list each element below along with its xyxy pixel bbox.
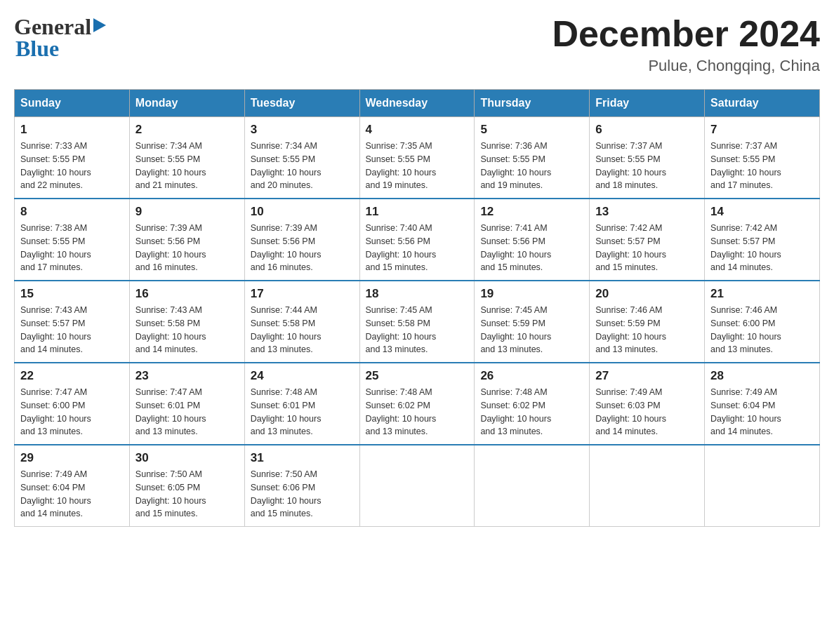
day-number: 21: [710, 287, 814, 301]
day-number: 29: [20, 451, 124, 465]
day-info: Sunrise: 7:49 AM Sunset: 6:04 PM Dayligh…: [20, 468, 124, 521]
day-number: 13: [595, 205, 699, 219]
table-row: 18 Sunrise: 7:45 AM Sunset: 5:58 PM Dayl…: [359, 281, 475, 363]
header-wednesday: Wednesday: [359, 90, 475, 117]
table-row: 27 Sunrise: 7:49 AM Sunset: 6:03 PM Dayl…: [590, 363, 705, 445]
header-thursday: Thursday: [475, 90, 590, 117]
table-row: 30 Sunrise: 7:50 AM Sunset: 6:05 PM Dayl…: [129, 445, 244, 527]
calendar-subtitle: Pulue, Chongqing, China: [552, 57, 820, 75]
table-row: 9 Sunrise: 7:39 AM Sunset: 5:56 PM Dayli…: [129, 199, 244, 281]
day-info: Sunrise: 7:42 AM Sunset: 5:57 PM Dayligh…: [595, 222, 699, 274]
table-row: 5 Sunrise: 7:36 AM Sunset: 5:55 PM Dayli…: [475, 117, 590, 199]
day-number: 12: [480, 205, 583, 219]
day-info: Sunrise: 7:46 AM Sunset: 5:59 PM Dayligh…: [595, 304, 699, 356]
table-row: 7 Sunrise: 7:37 AM Sunset: 5:55 PM Dayli…: [705, 117, 820, 199]
day-number: 5: [480, 123, 583, 137]
table-row: 20 Sunrise: 7:46 AM Sunset: 5:59 PM Dayl…: [590, 281, 705, 363]
table-row: 2 Sunrise: 7:34 AM Sunset: 5:55 PM Dayli…: [129, 117, 244, 199]
header-tuesday: Tuesday: [244, 90, 359, 117]
logo-blue-text: Blue: [15, 36, 109, 62]
day-info: Sunrise: 7:39 AM Sunset: 5:56 PM Dayligh…: [135, 222, 239, 274]
calendar-week-row: 8 Sunrise: 7:38 AM Sunset: 5:55 PM Dayli…: [15, 199, 820, 281]
day-info: Sunrise: 7:48 AM Sunset: 6:01 PM Dayligh…: [251, 386, 354, 438]
day-info: Sunrise: 7:47 AM Sunset: 6:00 PM Dayligh…: [20, 386, 124, 438]
day-number: 17: [251, 287, 354, 301]
day-number: 3: [251, 123, 354, 137]
table-row: 24 Sunrise: 7:48 AM Sunset: 6:01 PM Dayl…: [244, 363, 359, 445]
table-row: [475, 445, 590, 527]
day-number: 24: [251, 369, 354, 383]
day-info: Sunrise: 7:43 AM Sunset: 5:57 PM Dayligh…: [20, 304, 124, 356]
logo: General Blue: [14, 14, 109, 62]
table-row: 31 Sunrise: 7:50 AM Sunset: 6:06 PM Dayl…: [244, 445, 359, 527]
day-number: 23: [135, 369, 239, 383]
calendar-week-row: 22 Sunrise: 7:47 AM Sunset: 6:00 PM Dayl…: [15, 363, 820, 445]
day-info: Sunrise: 7:48 AM Sunset: 6:02 PM Dayligh…: [366, 386, 469, 438]
table-row: 13 Sunrise: 7:42 AM Sunset: 5:57 PM Dayl…: [590, 199, 705, 281]
day-number: 2: [135, 123, 239, 137]
calendar-week-row: 1 Sunrise: 7:33 AM Sunset: 5:55 PM Dayli…: [15, 117, 820, 199]
day-number: 6: [595, 123, 699, 137]
header-monday: Monday: [129, 90, 244, 117]
header-sunday: Sunday: [15, 90, 130, 117]
header-friday: Friday: [590, 90, 705, 117]
table-row: 17 Sunrise: 7:44 AM Sunset: 5:58 PM Dayl…: [244, 281, 359, 363]
table-row: 8 Sunrise: 7:38 AM Sunset: 5:55 PM Dayli…: [15, 199, 130, 281]
day-info: Sunrise: 7:33 AM Sunset: 5:55 PM Dayligh…: [20, 140, 124, 192]
page-header: General Blue December 2024 Pulue, Chongq…: [14, 14, 820, 75]
day-info: Sunrise: 7:43 AM Sunset: 5:58 PM Dayligh…: [135, 304, 239, 356]
title-area: December 2024 Pulue, Chongqing, China: [552, 14, 820, 75]
day-number: 22: [20, 369, 124, 383]
calendar-table: Sunday Monday Tuesday Wednesday Thursday…: [14, 89, 820, 527]
day-info: Sunrise: 7:37 AM Sunset: 5:55 PM Dayligh…: [595, 140, 699, 192]
day-info: Sunrise: 7:50 AM Sunset: 6:05 PM Dayligh…: [135, 468, 239, 521]
day-number: 14: [710, 205, 814, 219]
table-row: 4 Sunrise: 7:35 AM Sunset: 5:55 PM Dayli…: [359, 117, 475, 199]
table-row: 16 Sunrise: 7:43 AM Sunset: 5:58 PM Dayl…: [129, 281, 244, 363]
table-row: 25 Sunrise: 7:48 AM Sunset: 6:02 PM Dayl…: [359, 363, 475, 445]
day-number: 11: [366, 205, 469, 219]
table-row: 22 Sunrise: 7:47 AM Sunset: 6:00 PM Dayl…: [15, 363, 130, 445]
table-row: 1 Sunrise: 7:33 AM Sunset: 5:55 PM Dayli…: [15, 117, 130, 199]
svg-marker-0: [93, 18, 106, 32]
day-info: Sunrise: 7:50 AM Sunset: 6:06 PM Dayligh…: [251, 468, 354, 521]
table-row: 29 Sunrise: 7:49 AM Sunset: 6:04 PM Dayl…: [15, 445, 130, 527]
day-number: 18: [366, 287, 469, 301]
day-number: 16: [135, 287, 239, 301]
logo-arrow-icon: [93, 17, 109, 36]
day-number: 28: [710, 369, 814, 383]
table-row: [590, 445, 705, 527]
day-info: Sunrise: 7:39 AM Sunset: 5:56 PM Dayligh…: [251, 222, 354, 274]
table-row: 23 Sunrise: 7:47 AM Sunset: 6:01 PM Dayl…: [129, 363, 244, 445]
table-row: 3 Sunrise: 7:34 AM Sunset: 5:55 PM Dayli…: [244, 117, 359, 199]
day-info: Sunrise: 7:49 AM Sunset: 6:04 PM Dayligh…: [710, 386, 814, 438]
day-number: 10: [251, 205, 354, 219]
table-row: 21 Sunrise: 7:46 AM Sunset: 6:00 PM Dayl…: [705, 281, 820, 363]
day-number: 7: [710, 123, 814, 137]
header-saturday: Saturday: [705, 90, 820, 117]
day-info: Sunrise: 7:44 AM Sunset: 5:58 PM Dayligh…: [251, 304, 354, 356]
day-number: 15: [20, 287, 124, 301]
calendar-week-row: 15 Sunrise: 7:43 AM Sunset: 5:57 PM Dayl…: [15, 281, 820, 363]
day-number: 20: [595, 287, 699, 301]
day-info: Sunrise: 7:47 AM Sunset: 6:01 PM Dayligh…: [135, 386, 239, 438]
table-row: 28 Sunrise: 7:49 AM Sunset: 6:04 PM Dayl…: [705, 363, 820, 445]
day-info: Sunrise: 7:41 AM Sunset: 5:56 PM Dayligh…: [480, 222, 583, 274]
table-row: 15 Sunrise: 7:43 AM Sunset: 5:57 PM Dayl…: [15, 281, 130, 363]
day-number: 27: [595, 369, 699, 383]
day-info: Sunrise: 7:48 AM Sunset: 6:02 PM Dayligh…: [480, 386, 583, 438]
day-number: 4: [366, 123, 469, 137]
day-number: 8: [20, 205, 124, 219]
table-row: 14 Sunrise: 7:42 AM Sunset: 5:57 PM Dayl…: [705, 199, 820, 281]
day-number: 26: [480, 369, 583, 383]
day-info: Sunrise: 7:45 AM Sunset: 5:58 PM Dayligh…: [366, 304, 469, 356]
day-info: Sunrise: 7:49 AM Sunset: 6:03 PM Dayligh…: [595, 386, 699, 438]
table-row: 11 Sunrise: 7:40 AM Sunset: 5:56 PM Dayl…: [359, 199, 475, 281]
day-info: Sunrise: 7:34 AM Sunset: 5:55 PM Dayligh…: [135, 140, 239, 192]
table-row: 10 Sunrise: 7:39 AM Sunset: 5:56 PM Dayl…: [244, 199, 359, 281]
day-info: Sunrise: 7:38 AM Sunset: 5:55 PM Dayligh…: [20, 222, 124, 274]
day-number: 19: [480, 287, 583, 301]
calendar-week-row: 29 Sunrise: 7:49 AM Sunset: 6:04 PM Dayl…: [15, 445, 820, 527]
table-row: [705, 445, 820, 527]
day-info: Sunrise: 7:37 AM Sunset: 5:55 PM Dayligh…: [710, 140, 814, 192]
